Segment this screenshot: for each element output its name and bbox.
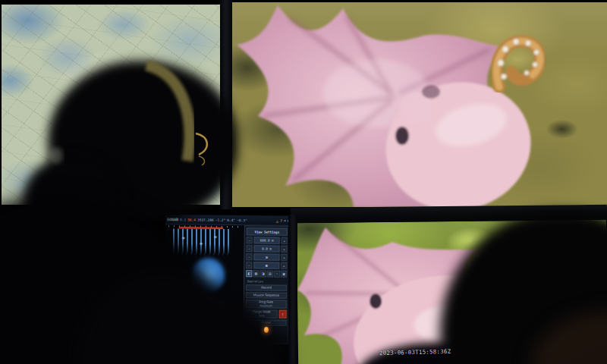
stepper-row: − 600.0 m + [247,237,288,244]
decrement-button[interactable]: − [247,245,253,252]
increment-button[interactable]: + [281,262,287,269]
power-led [264,327,269,333]
panel-tab-solid-icon[interactable]: ▣ [281,271,287,278]
display-mode-icon: ▦ [253,262,279,268]
stepper-value: 600.0 m [254,237,280,243]
panel-tab-columns-icon[interactable]: ▫ [274,271,280,278]
increment-button[interactable]: + [281,254,287,261]
increment-button[interactable]: + [281,246,288,253]
increment-button[interactable]: + [281,237,288,244]
stepper-row: − 0.0 m + [247,245,288,253]
sonar-readout-alert: 56.4 [187,218,196,221]
decrement-button[interactable]: − [247,237,253,243]
display-mode-icon: ▤ [253,253,279,260]
sonar-readout: -0.3° [237,218,247,222]
octopus-illustration [232,2,607,207]
panel-header: View Settings [247,228,288,236]
sonar-toolbar: SONAR 0.1 56.4 1637.286 -1.2° 0.4° -0.3°… [165,215,291,226]
stepper-value: 0.0 m [254,245,280,252]
warning-count: 7 [280,218,282,222]
record-button[interactable]: Record [246,284,287,291]
monitor-bezel-vertical-right [288,215,297,364]
sonar-readout: 0.1 [180,218,186,221]
control-room-photo: SONAR 0.1 56.4 1637.286 -1.2° 0.4° -0.3°… [0,0,607,364]
panel-tab-grid-icon[interactable]: ▦ [253,270,259,277]
panel-tab-rows-icon[interactable]: ▥ [267,271,273,278]
octopus-eye [395,127,409,145]
panel-tab-view-icon[interactable]: ◧ [246,270,252,277]
sonar-readout: 0.4° [227,218,235,221]
panel-section-label: Operation [246,278,287,284]
stepper-row: − ▦ + [246,262,287,269]
warning-triangle-icon: ⚠ [276,218,279,223]
close-icon[interactable]: × [284,218,286,223]
ping-rate-value: Maximum [260,304,273,307]
decrement-button[interactable]: − [246,262,252,268]
decrement-button[interactable]: − [246,253,252,260]
stepper-row: − ▤ + [246,253,287,261]
sonar-readout: 1637.286 [197,218,214,221]
mission-sequence-button[interactable]: Mission Sequence [246,292,287,299]
panel-tab-strip: ◧ ▦ ◨ ▥ ▫ ▣ [246,270,287,278]
sonar-readout: -1.2° [215,218,226,221]
range-alert-indicator: ! [279,310,287,318]
main-octopus-monitor [232,2,607,207]
octopus-web-arms [237,5,543,207]
panel-tab-split-icon[interactable]: ◨ [260,270,266,277]
octopus-sucker-arm [496,39,539,87]
